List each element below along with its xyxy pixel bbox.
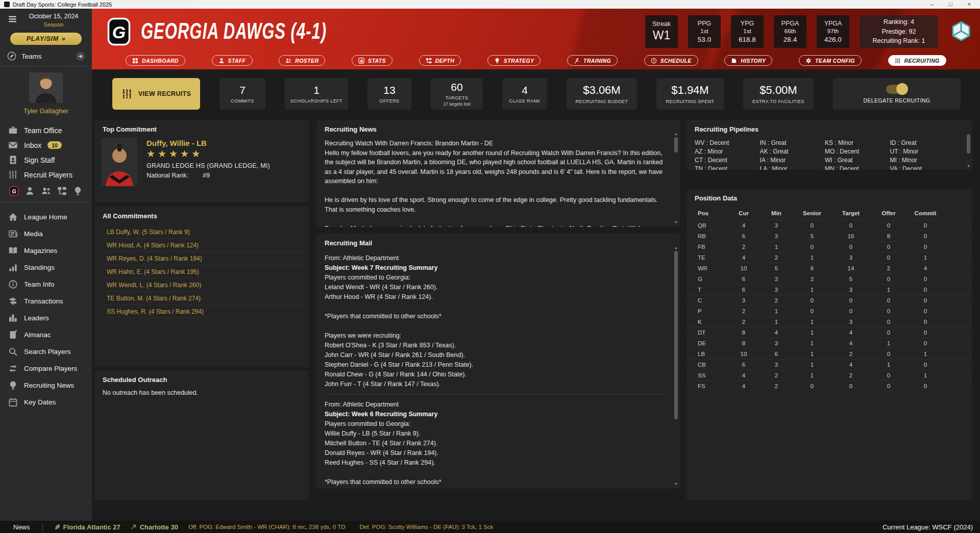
sidebar-item[interactable]: Magazines [0, 242, 92, 259]
column-header: Pos [697, 210, 727, 216]
sidebar-item-teams[interactable]: Teams [0, 45, 92, 66]
cell-target: 3 [831, 287, 870, 293]
tile-value: 1 [313, 84, 320, 96]
sidebar-item[interactable]: Standings [0, 259, 92, 276]
sidebar-item[interactable]: Search Players [0, 343, 92, 360]
sidebar-item-label: Standings [24, 264, 55, 271]
commitment-list-item[interactable]: WR Hahn, E. (4 Stars / Rank 195) [100, 265, 304, 278]
idbadge-icon [8, 155, 18, 165]
sidebar-item[interactable]: Compare Players [0, 360, 92, 377]
scroll-up-icon[interactable]: ▲ [674, 132, 678, 136]
scroll-down-icon[interactable]: ▼ [674, 220, 678, 224]
column-header: Cur [727, 210, 760, 216]
nav-tab[interactable]: STATS [352, 55, 393, 66]
cell-offer: 0 [870, 222, 907, 229]
delegate-recruiting-tile: DELEGATE RECRUITING [833, 78, 961, 110]
depth-icon[interactable] [57, 186, 67, 196]
teams-expand-button[interactable] [76, 52, 85, 61]
person-icon[interactable] [25, 186, 35, 196]
pipeline-entry: LA : Minor [760, 165, 825, 170]
mail-text-line: *Players that committed to other schools… [325, 312, 665, 321]
cell-offer: 0 [870, 372, 907, 378]
sidebar-item[interactable]: Team Info [0, 276, 92, 293]
nav-tab[interactable]: DASHBOARD [126, 55, 185, 66]
chevrons-icon: » [62, 35, 66, 42]
nav-tab[interactable]: STRATEGY [487, 55, 541, 66]
nav-tab[interactable]: TEAM CONFIG [799, 55, 862, 66]
nav-tab[interactable]: ROSTER [279, 55, 325, 66]
cell-target: 14 [831, 265, 870, 271]
grid-icon [132, 58, 138, 64]
ticker-away-score[interactable]: Florida Atlantic 27 [54, 523, 120, 531]
sidebar-item[interactable]: Recruit Players [0, 167, 92, 182]
mail-scrollbar[interactable] [674, 251, 678, 481]
toggle-knob [896, 83, 908, 95]
cell-pos: K [697, 319, 727, 325]
news-ticker-label[interactable]: News [0, 523, 30, 531]
commitment-list-item[interactable]: TE Button, M. (4 Stars / Rank 274) [100, 292, 304, 305]
view-recruits-button[interactable]: VIEW RECRUITS [112, 78, 200, 110]
scroll-up-icon[interactable]: ▲ [674, 246, 678, 249]
scroll-down-icon[interactable]: ▼ [967, 164, 970, 168]
cell-cur: 6 [727, 233, 760, 239]
close-icon[interactable]: × [968, 0, 971, 9]
scroll-down-icon[interactable]: ▼ [674, 482, 678, 486]
sidebar-item[interactable]: Team Office [0, 123, 92, 138]
header-stat-tile: YPGA 97th 426.0 [817, 15, 849, 48]
cell-senior: 0 [793, 308, 831, 314]
cell-min: 2 [760, 383, 793, 389]
sliders-icon [8, 170, 18, 180]
play-sim-button[interactable]: PLAY/SIM » [10, 33, 82, 45]
scrollbar-thumb[interactable] [674, 251, 678, 419]
window-titlebar: Draft Day Sports: College Football 2025 … [0, 0, 980, 9]
sidebar-item[interactable]: Recruiting News [0, 377, 92, 394]
panel-title: Recruiting Mail [316, 234, 680, 251]
people-icon[interactable] [41, 186, 51, 196]
sidebar-item[interactable]: League Home [0, 209, 92, 225]
scrollbar-thumb[interactable] [674, 137, 678, 153]
nav-tab[interactable]: HISTORY [724, 55, 772, 66]
sidebar-item[interactable]: Transactions [0, 293, 92, 310]
tile-label: OFFERS [380, 98, 400, 104]
ticker-home-score[interactable]: Charlotte 30 [131, 523, 178, 531]
cell-senior: 0 [793, 244, 831, 250]
person-icon [218, 58, 225, 64]
bulb-icon[interactable] [73, 186, 83, 196]
cell-cur: 8 [727, 340, 760, 346]
sidebar-item[interactable]: Almanac [0, 326, 92, 343]
delegate-recruiting-toggle[interactable] [886, 85, 908, 94]
depth-icon [426, 58, 432, 64]
news-paragraph: Brandon Martin has a received a lot of a… [325, 224, 665, 227]
sidebar-item[interactable]: Media [0, 225, 92, 242]
commitment-list-item[interactable]: SS Hughes, R. (4 Stars / Rank 294) [100, 305, 304, 318]
mail-text-line: Robert O'Shea - K (3 Star / Rank 853 / T… [325, 341, 665, 350]
nav-tab[interactable]: TRAINING [567, 55, 618, 66]
commitment-list-item[interactable]: WR Hood, A. (4 Stars / Rank 124) [100, 239, 304, 252]
nav-tab[interactable]: STAFF [212, 55, 253, 66]
scheduled-outreach-panel: Scheduled Outreach No outreach has been … [94, 370, 309, 500]
minimize-icon[interactable]: – [930, 0, 934, 9]
nav-tab[interactable]: SCHEDULE [644, 55, 698, 66]
mail-text-line: *Players that committed to other schools… [325, 477, 665, 487]
recruit-name[interactable]: Duffy, Willie - LB [146, 139, 270, 147]
maximize-icon[interactable]: □ [949, 0, 952, 9]
glogo-icon[interactable]: G [9, 186, 19, 196]
commitment-list-item[interactable]: WR Reyes, D. (4 Stars / Rank 194) [100, 252, 304, 265]
commitment-list-item[interactable]: WR Wendt, L. (4 Stars / Rank 260) [100, 278, 304, 292]
nav-tab[interactable]: DEPTH [419, 55, 461, 66]
cell-target: 0 [831, 222, 870, 229]
team-nav-tabs: DASHBOARD STAFF ROSTER STATS [92, 55, 980, 66]
pipeline-entry: MI : Minor [890, 156, 955, 165]
sidebar-item[interactable]: Sign Staff [0, 153, 92, 167]
sidebar-item[interactable]: Key Dates [0, 394, 92, 411]
sidebar-item[interactable]: Inbox 10 [0, 138, 92, 153]
panel-title: Top Commitment [94, 120, 309, 138]
nav-tab[interactable]: RECRUITING [888, 55, 946, 66]
stat-label: YPGA [824, 19, 842, 28]
menu-icon[interactable] [8, 14, 17, 24]
scrollbar-thumb[interactable] [967, 134, 970, 154]
news-scrollbar[interactable] [674, 137, 678, 220]
commitment-list-item[interactable]: LB Duffy, W. (5 Stars / Rank 9) [100, 225, 304, 239]
pipelines-scrollbar[interactable] [966, 134, 971, 164]
sidebar-item[interactable]: Leaders [0, 310, 92, 326]
